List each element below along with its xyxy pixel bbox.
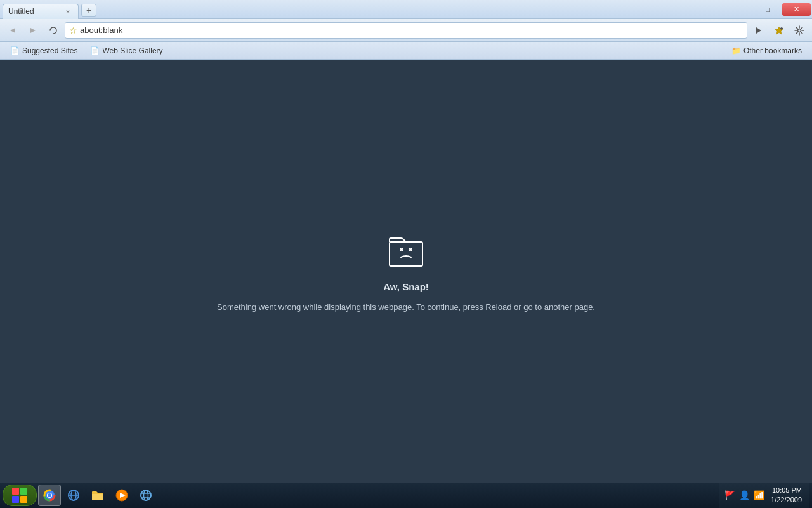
- bookmarks-bar: 📄 Suggested Sites 📄 Web Slice Gallery 📁 …: [0, 42, 812, 60]
- tools-button[interactable]: [790, 22, 808, 39]
- browser-tab[interactable]: Untitled ×: [3, 4, 79, 19]
- main-content: Aw, Snap! Something went wrong while dis…: [0, 60, 812, 483]
- reload-button[interactable]: [44, 22, 62, 39]
- clock-date: 1/22/2009: [771, 495, 802, 505]
- taskbar-media-icon[interactable]: [110, 485, 133, 506]
- bookmark-icon: 📄: [90, 46, 100, 55]
- add-favorites-button[interactable]: [770, 22, 788, 39]
- window-controls: ─ □ ✕: [725, 0, 812, 19]
- start-button[interactable]: [3, 485, 37, 506]
- tab-title: Untitled: [8, 7, 60, 16]
- bookmark-icon: 📄: [10, 46, 20, 55]
- svg-rect-15: [12, 496, 19, 503]
- maximize-button[interactable]: □: [754, 3, 782, 16]
- clock-time: 10:05 PM: [772, 486, 802, 495]
- taskbar-right: 🚩 👤 📶 10:05 PM 1/22/2009: [719, 483, 809, 508]
- svg-rect-8: [390, 242, 422, 266]
- svg-marker-0: [10, 28, 15, 33]
- svg-point-22: [48, 493, 51, 497]
- navigation-bar: ☆: [0, 19, 812, 42]
- error-message: Something went wrong while displaying th…: [217, 302, 595, 312]
- tray-signal-icon[interactable]: 📶: [754, 490, 764, 500]
- svg-rect-14: [20, 488, 27, 495]
- other-bookmarks-icon: 📁: [731, 46, 741, 55]
- favorite-star-icon[interactable]: ☆: [69, 25, 77, 36]
- go-button[interactable]: [750, 22, 768, 39]
- tab-close-button[interactable]: ×: [63, 6, 73, 17]
- error-title: Aw, Snap!: [383, 281, 429, 292]
- sad-folder-icon: [386, 231, 426, 271]
- error-container: Aw, Snap! Something went wrong while dis…: [217, 231, 595, 312]
- taskbar-ie-icon[interactable]: [62, 485, 85, 506]
- address-bar-container: ☆: [65, 22, 747, 39]
- taskbar: 🚩 👤 📶 10:05 PM 1/22/2009: [0, 483, 812, 508]
- taskbar-chrome-icon[interactable]: [38, 485, 61, 506]
- taskbar-network-icon[interactable]: [134, 485, 157, 506]
- svg-rect-16: [20, 496, 27, 503]
- taskbar-folder-icon[interactable]: [86, 485, 109, 506]
- title-bar-left: Untitled × +: [0, 2, 725, 17]
- svg-marker-3: [756, 27, 761, 34]
- minimize-button[interactable]: ─: [725, 3, 754, 16]
- svg-point-29: [144, 490, 148, 500]
- close-button[interactable]: ✕: [782, 3, 811, 16]
- new-tab-button[interactable]: +: [81, 4, 96, 17]
- forward-button[interactable]: [24, 22, 42, 39]
- tray-user-icon[interactable]: 👤: [739, 490, 750, 500]
- title-bar: Untitled × + ─ □ ✕: [0, 0, 812, 19]
- bookmark-web-slice-gallery[interactable]: 📄 Web Slice Gallery: [85, 45, 167, 57]
- other-bookmarks[interactable]: 📁 Other bookmarks: [726, 45, 807, 57]
- svg-rect-13: [12, 488, 19, 495]
- back-button[interactable]: [4, 22, 22, 39]
- address-input[interactable]: [80, 25, 743, 35]
- other-bookmarks-label: Other bookmarks: [743, 46, 802, 55]
- bookmark-suggested-sites[interactable]: 📄 Suggested Sites: [5, 45, 82, 57]
- svg-point-7: [798, 29, 801, 32]
- tray-flag-icon[interactable]: 🚩: [724, 490, 735, 500]
- system-clock[interactable]: 10:05 PM 1/22/2009: [768, 486, 804, 505]
- bookmark-label: Web Slice Gallery: [102, 46, 162, 55]
- svg-marker-1: [30, 28, 36, 33]
- bookmark-label: Suggested Sites: [22, 46, 77, 55]
- svg-point-28: [141, 490, 151, 500]
